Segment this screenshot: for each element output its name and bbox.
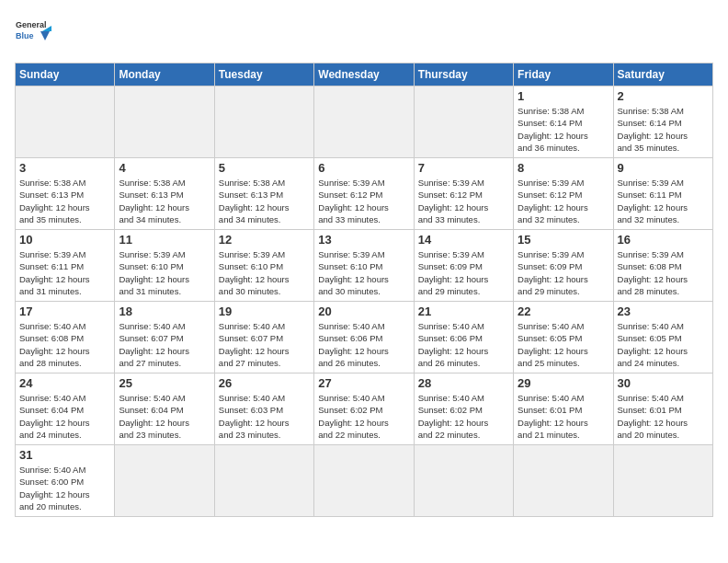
week-row-2: 10Sunrise: 5:39 AM Sunset: 6:11 PM Dayli…	[16, 230, 713, 302]
day-number: 30	[618, 376, 709, 390]
day-number: 13	[318, 233, 409, 247]
day-number: 20	[318, 304, 409, 318]
day-number: 18	[119, 304, 210, 318]
calendar-cell: 8Sunrise: 5:39 AM Sunset: 6:12 PM Daylig…	[514, 158, 613, 230]
day-info: Sunrise: 5:38 AM Sunset: 6:14 PM Dayligh…	[518, 105, 609, 154]
day-info: Sunrise: 5:40 AM Sunset: 6:08 PM Dayligh…	[19, 320, 110, 369]
calendar-cell	[115, 86, 214, 158]
day-number: 17	[19, 304, 110, 318]
day-number: 7	[418, 161, 509, 175]
page-header: General Blue	[15, 15, 713, 53]
day-info: Sunrise: 5:39 AM Sunset: 6:09 PM Dayligh…	[418, 248, 509, 297]
day-number: 10	[19, 233, 110, 247]
day-number: 31	[19, 448, 110, 462]
calendar-cell: 21Sunrise: 5:40 AM Sunset: 6:06 PM Dayli…	[414, 302, 513, 373]
calendar-cell: 1Sunrise: 5:38 AM Sunset: 6:14 PM Daylig…	[514, 86, 613, 158]
day-info: Sunrise: 5:40 AM Sunset: 6:01 PM Dayligh…	[518, 392, 609, 441]
calendar-cell: 5Sunrise: 5:38 AM Sunset: 6:13 PM Daylig…	[214, 158, 313, 230]
calendar-cell	[214, 86, 313, 158]
day-info: Sunrise: 5:40 AM Sunset: 6:07 PM Dayligh…	[119, 320, 210, 369]
day-number: 4	[119, 161, 210, 175]
calendar-cell	[613, 445, 712, 517]
week-row-1: 3Sunrise: 5:38 AM Sunset: 6:13 PM Daylig…	[16, 158, 713, 230]
calendar-cell	[514, 445, 613, 517]
calendar-cell: 25Sunrise: 5:40 AM Sunset: 6:04 PM Dayli…	[115, 373, 214, 445]
calendar-cell: 7Sunrise: 5:39 AM Sunset: 6:12 PM Daylig…	[414, 158, 513, 230]
day-info: Sunrise: 5:40 AM Sunset: 6:02 PM Dayligh…	[418, 392, 509, 441]
calendar-cell: 15Sunrise: 5:39 AM Sunset: 6:09 PM Dayli…	[514, 230, 613, 302]
day-number: 11	[119, 233, 210, 247]
calendar-cell	[414, 445, 513, 517]
week-row-4: 24Sunrise: 5:40 AM Sunset: 6:04 PM Dayli…	[16, 373, 713, 445]
day-number: 1	[518, 89, 609, 103]
day-number: 3	[19, 161, 110, 175]
header-cell-wednesday: Wednesday	[314, 63, 414, 86]
day-info: Sunrise: 5:40 AM Sunset: 6:06 PM Dayligh…	[418, 320, 509, 369]
day-number: 8	[518, 161, 609, 175]
calendar-cell: 31Sunrise: 5:40 AM Sunset: 6:00 PM Dayli…	[16, 445, 115, 517]
calendar-table: SundayMondayTuesdayWednesdayThursdayFrid…	[15, 63, 713, 517]
day-info: Sunrise: 5:39 AM Sunset: 6:11 PM Dayligh…	[618, 177, 709, 225]
week-row-5: 31Sunrise: 5:40 AM Sunset: 6:00 PM Dayli…	[16, 445, 713, 517]
day-info: Sunrise: 5:38 AM Sunset: 6:13 PM Dayligh…	[19, 177, 110, 225]
calendar-cell: 12Sunrise: 5:39 AM Sunset: 6:10 PM Dayli…	[214, 230, 313, 302]
day-number: 28	[418, 376, 509, 390]
calendar-cell: 6Sunrise: 5:39 AM Sunset: 6:12 PM Daylig…	[314, 158, 414, 230]
day-number: 6	[318, 161, 409, 175]
day-number: 23	[618, 304, 709, 318]
day-info: Sunrise: 5:40 AM Sunset: 6:06 PM Dayligh…	[318, 320, 409, 369]
calendar-cell: 26Sunrise: 5:40 AM Sunset: 6:03 PM Dayli…	[214, 373, 313, 445]
day-number: 9	[618, 161, 709, 175]
day-info: Sunrise: 5:40 AM Sunset: 6:05 PM Dayligh…	[618, 320, 709, 369]
calendar-cell: 10Sunrise: 5:39 AM Sunset: 6:11 PM Dayli…	[16, 230, 115, 302]
calendar-cell: 9Sunrise: 5:39 AM Sunset: 6:11 PM Daylig…	[613, 158, 712, 230]
day-info: Sunrise: 5:40 AM Sunset: 6:07 PM Dayligh…	[219, 320, 310, 369]
day-info: Sunrise: 5:39 AM Sunset: 6:09 PM Dayligh…	[518, 248, 609, 297]
day-number: 5	[219, 161, 310, 175]
logo: General Blue	[15, 15, 53, 53]
header-cell-sunday: Sunday	[16, 63, 115, 86]
calendar-body: 1Sunrise: 5:38 AM Sunset: 6:14 PM Daylig…	[16, 86, 713, 517]
day-info: Sunrise: 5:39 AM Sunset: 6:10 PM Dayligh…	[219, 248, 310, 297]
day-info: Sunrise: 5:40 AM Sunset: 6:05 PM Dayligh…	[518, 320, 609, 369]
header-cell-tuesday: Tuesday	[214, 63, 313, 86]
header-cell-thursday: Thursday	[414, 63, 513, 86]
day-number: 29	[518, 376, 609, 390]
calendar-cell: 13Sunrise: 5:39 AM Sunset: 6:10 PM Dayli…	[314, 230, 414, 302]
calendar-header: SundayMondayTuesdayWednesdayThursdayFrid…	[16, 63, 713, 86]
calendar-cell	[414, 86, 513, 158]
calendar-cell: 22Sunrise: 5:40 AM Sunset: 6:05 PM Dayli…	[514, 302, 613, 373]
calendar-cell: 3Sunrise: 5:38 AM Sunset: 6:13 PM Daylig…	[16, 158, 115, 230]
day-info: Sunrise: 5:39 AM Sunset: 6:12 PM Dayligh…	[418, 177, 509, 225]
calendar-cell: 2Sunrise: 5:38 AM Sunset: 6:14 PM Daylig…	[613, 86, 712, 158]
calendar-cell: 16Sunrise: 5:39 AM Sunset: 6:08 PM Dayli…	[613, 230, 712, 302]
day-number: 14	[418, 233, 509, 247]
calendar-cell	[16, 86, 115, 158]
header-cell-friday: Friday	[514, 63, 613, 86]
header-row: SundayMondayTuesdayWednesdayThursdayFrid…	[16, 63, 713, 86]
day-info: Sunrise: 5:39 AM Sunset: 6:11 PM Dayligh…	[19, 248, 110, 297]
calendar-cell: 24Sunrise: 5:40 AM Sunset: 6:04 PM Dayli…	[16, 373, 115, 445]
calendar-cell: 14Sunrise: 5:39 AM Sunset: 6:09 PM Dayli…	[414, 230, 513, 302]
calendar-cell: 19Sunrise: 5:40 AM Sunset: 6:07 PM Dayli…	[214, 302, 313, 373]
day-info: Sunrise: 5:40 AM Sunset: 6:04 PM Dayligh…	[19, 392, 110, 441]
day-info: Sunrise: 5:39 AM Sunset: 6:10 PM Dayligh…	[119, 248, 210, 297]
calendar-cell	[314, 445, 414, 517]
day-number: 19	[219, 304, 310, 318]
header-cell-monday: Monday	[115, 63, 214, 86]
day-number: 26	[219, 376, 310, 390]
svg-marker-2	[40, 31, 50, 40]
day-info: Sunrise: 5:40 AM Sunset: 6:04 PM Dayligh…	[119, 392, 210, 441]
header-cell-saturday: Saturday	[613, 63, 712, 86]
day-number: 22	[518, 304, 609, 318]
logo-svg: General Blue	[15, 15, 53, 53]
day-info: Sunrise: 5:39 AM Sunset: 6:10 PM Dayligh…	[318, 248, 409, 297]
day-info: Sunrise: 5:40 AM Sunset: 6:03 PM Dayligh…	[219, 392, 310, 441]
week-row-0: 1Sunrise: 5:38 AM Sunset: 6:14 PM Daylig…	[16, 86, 713, 158]
day-number: 24	[19, 376, 110, 390]
day-info: Sunrise: 5:39 AM Sunset: 6:12 PM Dayligh…	[318, 177, 409, 225]
day-number: 12	[219, 233, 310, 247]
day-info: Sunrise: 5:39 AM Sunset: 6:08 PM Dayligh…	[618, 248, 709, 297]
day-info: Sunrise: 5:38 AM Sunset: 6:14 PM Dayligh…	[618, 105, 709, 154]
calendar-cell: 28Sunrise: 5:40 AM Sunset: 6:02 PM Dayli…	[414, 373, 513, 445]
